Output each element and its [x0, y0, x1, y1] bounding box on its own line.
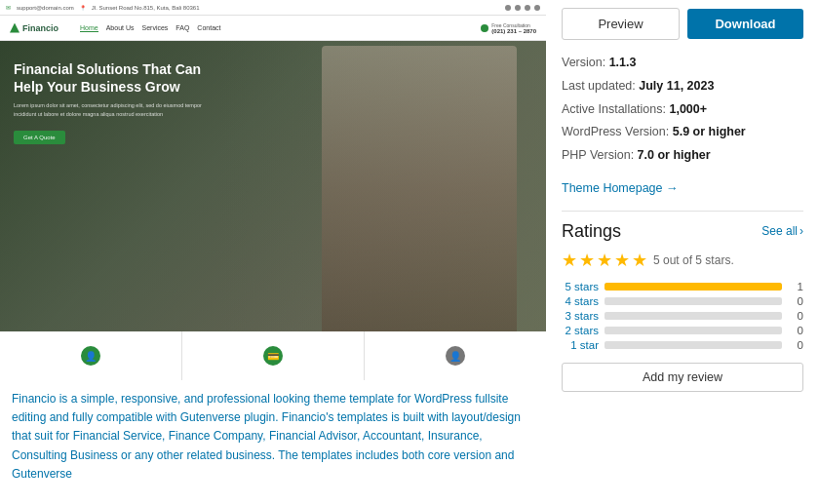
logo-icon [10, 23, 20, 33]
hero-title: Financial Solutions That Can Help Your B… [14, 60, 209, 96]
version-row: Version: 1.1.3 [562, 54, 803, 72]
active-installs-row: Active Installations: 1,000+ [562, 100, 803, 119]
php-version-label: PHP Version: [562, 148, 634, 162]
star-3: ★ [597, 250, 612, 271]
nav-contact: Contact [197, 24, 220, 32]
fake-nav-contact: Free Consultation (021) 231 – 2870 [481, 22, 536, 34]
fake-hero: Financial Solutions That Can Help Your B… [0, 41, 546, 331]
fake-logo: Financio [10, 23, 58, 33]
fake-nav: Financio Home About Us Services FAQ Cont… [0, 16, 546, 41]
rating-bar-label-1[interactable]: 4 stars [562, 295, 599, 307]
rating-bar-label-2[interactable]: 3 stars [562, 310, 599, 322]
rating-bar-label-4[interactable]: 1 star [562, 339, 599, 351]
active-installs-value: 1,000+ [669, 102, 707, 116]
wp-version-value: 5.9 or higher [673, 125, 746, 138]
nav-about: About Us [106, 24, 135, 32]
fake-address: Jl. Sunset Road No.815, Kuta, Bali 80361 [92, 5, 200, 11]
rating-bar-row-1: 4 stars0 [562, 295, 803, 307]
php-version-value: 7.0 or higher [638, 148, 711, 162]
preview-button[interactable]: Preview [562, 8, 680, 40]
version-value: 1.1.3 [609, 56, 637, 69]
fake-email: support@domain.com [17, 5, 74, 11]
star-5: ★ [632, 250, 647, 271]
rating-bar-track-3 [604, 327, 782, 334]
social-icon-f [505, 5, 511, 11]
rating-bar-count-1: 0 [788, 295, 803, 307]
fake-card-3: 👤 [365, 331, 546, 380]
get-quote-button[interactable]: Get A Quote [14, 131, 65, 144]
hero-subtitle: Lorem ipsum dolor sit amet, consectetur … [14, 101, 209, 118]
nav-faq: FAQ [176, 24, 189, 32]
see-all-chevron: › [800, 224, 803, 238]
fake-card-2: 💳 [182, 331, 365, 380]
rating-bar-row-3: 2 stars0 [562, 325, 803, 336]
rating-bar-label-0[interactable]: 5 stars [562, 281, 599, 292]
stars-row: ★ ★ ★ ★ ★ [562, 250, 647, 271]
logo-text: Financio [22, 23, 58, 33]
rating-bar-track-1 [604, 297, 782, 305]
see-all-label: See all [761, 224, 798, 238]
wp-version-row: WordPress Version: 5.9 or higher [562, 123, 803, 141]
right-column: Preview Download Version: 1.1.3 Last upd… [546, 0, 819, 504]
fake-cards: 👤 💳 👤 [0, 331, 546, 380]
card-icon-1: 👤 [81, 346, 100, 366]
star-4: ★ [614, 250, 630, 271]
theme-preview: ✉ support@domain.com 📍 Jl. Sunset Road N… [0, 0, 546, 380]
rating-bar-track-0 [604, 283, 782, 291]
free-consultation: Free Consultation [491, 22, 536, 28]
star-1: ★ [562, 250, 577, 271]
ratings-title: Ratings [562, 221, 621, 242]
rating-bar-row-2: 3 stars0 [562, 310, 803, 322]
description-area: Financio is a simple, responsive, and pr… [0, 380, 546, 493]
rating-bar-count-0: 1 [788, 281, 803, 292]
rating-bar-row-0: 5 stars1 [562, 281, 803, 292]
last-updated-row: Last updated: July 11, 2023 [562, 77, 803, 96]
rating-bar-track-4 [604, 341, 782, 349]
last-updated-label: Last updated: [562, 79, 636, 93]
divider [562, 211, 803, 212]
hero-bg-figure [322, 46, 517, 331]
social-icon-t [515, 5, 521, 11]
star-2: ★ [579, 250, 595, 271]
stars-summary: ★ ★ ★ ★ ★ 5 out of 5 stars. [562, 250, 803, 271]
social-icon-i [534, 5, 540, 11]
description-text: Financio is a simple, responsive, and pr… [12, 390, 534, 484]
star-count-text: 5 out of 5 stars. [653, 253, 734, 267]
rating-bar-row-4: 1 star0 [562, 339, 803, 351]
nav-home: Home [80, 24, 98, 32]
rating-bars: 5 stars14 stars03 stars02 stars01 star0 [562, 281, 803, 351]
rating-bar-count-2: 0 [788, 310, 803, 322]
phone-number: (021) 231 – 2870 [491, 28, 536, 34]
active-installs-label: Active Installations: [562, 102, 666, 116]
nav-services: Services [142, 24, 169, 32]
ratings-header: Ratings See all › [562, 221, 803, 242]
version-label: Version: [562, 56, 605, 69]
add-review-button[interactable]: Add my review [562, 363, 803, 392]
fake-card-1: 👤 [0, 331, 182, 380]
rating-bar-label-3[interactable]: 2 stars [562, 325, 599, 336]
fake-nav-links: Home About Us Services FAQ Contact [80, 24, 220, 32]
rating-bar-count-4: 0 [788, 339, 803, 351]
theme-homepage-link[interactable]: Theme Homepage → [562, 181, 803, 195]
left-column: ✉ support@domain.com 📍 Jl. Sunset Road N… [0, 0, 546, 504]
last-updated-value: July 11, 2023 [639, 79, 714, 93]
action-buttons: Preview Download [562, 8, 803, 40]
phone-icon [481, 24, 488, 32]
see-all-link[interactable]: See all › [761, 224, 803, 238]
meta-section: Version: 1.1.3 Last updated: July 11, 20… [562, 54, 803, 170]
card-icon-3: 👤 [446, 346, 465, 366]
rating-bar-count-3: 0 [788, 325, 803, 336]
php-version-row: PHP Version: 7.0 or higher [562, 146, 803, 165]
rating-bar-fill-0 [604, 283, 782, 291]
social-icon-g [525, 5, 530, 11]
wp-version-label: WordPress Version: [562, 125, 669, 138]
download-button[interactable]: Download [687, 9, 803, 39]
card-icon-2: 💳 [263, 346, 283, 366]
rating-bar-track-2 [604, 312, 782, 320]
fake-hero-content: Financial Solutions That Can Help Your B… [14, 60, 209, 144]
fake-topbar: ✉ support@domain.com 📍 Jl. Sunset Road N… [0, 0, 546, 16]
